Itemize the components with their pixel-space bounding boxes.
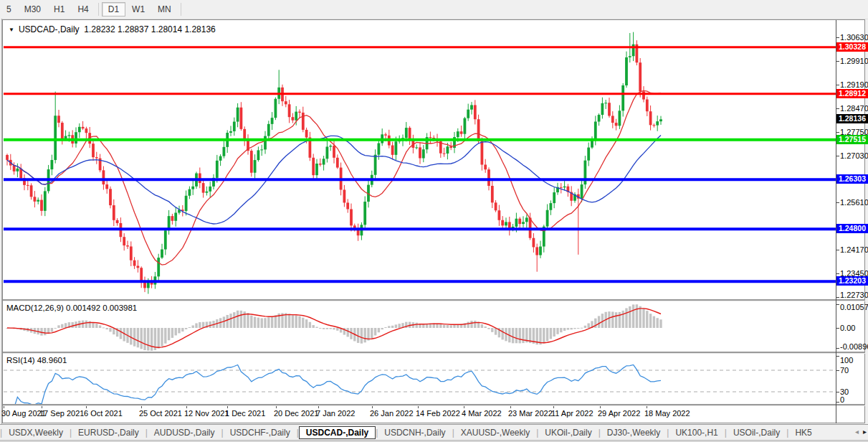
candle-body [467, 110, 469, 118]
chart-title: ▼USDCAD-,Daily 1.28232 1.28837 1.28014 1… [9, 24, 216, 34]
macd-bar [347, 328, 349, 337]
macd-bar [247, 313, 249, 328]
candle-body [587, 148, 590, 161]
tab-dj30-weekly[interactable]: DJ30-,Weekly [601, 426, 667, 439]
macd-bar [275, 315, 277, 328]
candle-body [505, 222, 507, 225]
timeframe-button-M30[interactable]: M30 [18, 2, 47, 17]
macd-bar [292, 315, 294, 328]
macd-bar [474, 321, 476, 328]
candle-body [491, 186, 494, 202]
candle-body [581, 184, 583, 199]
macd-bar [229, 314, 232, 328]
panel-splitter[interactable] [3, 404, 865, 406]
tab-hk5[interactable]: HK5 [788, 426, 818, 439]
macd-bar [226, 315, 229, 328]
date-label: 23 Mar 2022 [508, 409, 553, 418]
candle-body [546, 210, 549, 227]
candle-body [189, 189, 191, 196]
macd-bar [495, 328, 497, 335]
macd-bar [271, 316, 273, 328]
macd-bar [305, 319, 307, 328]
macd-bar [257, 318, 259, 328]
rsi-indicator-canvas[interactable] [4, 353, 836, 404]
macd-bar [267, 317, 270, 328]
candle-body [481, 141, 484, 165]
candle-body [126, 245, 129, 246]
panel-splitter[interactable] [3, 299, 865, 301]
candle-body [350, 209, 353, 225]
macd-bar [636, 304, 638, 328]
tab-usoil-daily[interactable]: USOil-,Daily [727, 426, 786, 439]
tab-scroll-left-icon[interactable]: ◂ [855, 425, 859, 438]
candle-body [164, 230, 167, 249]
timeframe-button-H4[interactable]: H4 [71, 2, 95, 17]
candle-body [292, 117, 295, 121]
macd-bar [361, 328, 363, 344]
tab-scroll-right-icon[interactable]: ▸ [863, 425, 867, 438]
price-badge-support-level: 1.24800 [836, 224, 868, 233]
macd-bar [571, 328, 573, 329]
macd-bar [233, 312, 235, 328]
candle-body [229, 131, 232, 133]
macd-bar [178, 328, 180, 333]
candle-body [116, 220, 119, 223]
candle-body [550, 203, 553, 210]
candle-body [95, 157, 98, 158]
candle-body [44, 191, 47, 210]
main-chart-canvas[interactable] [4, 20, 836, 299]
macd-axis-tick-label: 0.010578 [840, 303, 868, 311]
date-label: 20 Dec 2021 [274, 409, 318, 418]
tab-usdchf-daily[interactable]: USDCHF-,Daily [224, 426, 297, 439]
macd-axis-tick-label: 0.00 [840, 324, 855, 332]
macd-bar [323, 328, 325, 329]
candle-body [374, 155, 377, 175]
candle-body [621, 85, 624, 110]
macd-bar [639, 306, 642, 328]
candle-body [302, 113, 305, 130]
chevron-down-icon[interactable]: ▼ [9, 27, 14, 33]
macd-bar [556, 328, 558, 334]
macd-bar [573, 328, 576, 329]
timeframe-button-D1[interactable]: D1 [102, 2, 125, 17]
candle-body [625, 57, 628, 85]
timeframe-button-MN[interactable]: MN [151, 2, 178, 17]
timeframe-button-W1[interactable]: W1 [125, 2, 151, 17]
macd-bar [336, 328, 338, 331]
candle-body [237, 108, 239, 122]
candle-body [535, 247, 538, 255]
date-label: 12 Nov 2021 [184, 409, 229, 418]
price-badge-support-level: 1.26303 [836, 174, 868, 184]
candle-body [206, 192, 209, 193]
macd-bar [453, 325, 455, 328]
candle-body [563, 187, 566, 188]
macd-bar [629, 306, 631, 328]
macd-bar [553, 328, 555, 337]
tab-usdcnh-daily[interactable]: USDCNH-,Daily [378, 426, 452, 439]
tab-eurusd-daily[interactable]: EURUSD-,Daily [72, 426, 146, 439]
candle-body [395, 141, 398, 155]
macd-bar [443, 325, 445, 328]
macd-bar [120, 328, 122, 339]
timeframe-button-H1[interactable]: H1 [47, 2, 71, 17]
macd-bar [51, 328, 53, 332]
macd-bar [502, 328, 504, 339]
macd-bar [158, 328, 160, 349]
tab-uk100-h1[interactable]: UK100-,H1 [669, 426, 724, 439]
tab-xauusd-weekly[interactable]: XAUUSD-,Weekly [454, 426, 536, 439]
timeframe-toolbar: 5M30H1H4D1W1MN [0, 0, 868, 19]
candle-body [419, 147, 421, 158]
tab-usdx-weekly[interactable]: USDX,Weekly [2, 426, 70, 439]
candle-body [515, 219, 518, 227]
macd-bar [550, 328, 552, 339]
macd-bar [315, 327, 318, 328]
tab-audusd-daily[interactable]: AUDUSD-,Daily [148, 426, 221, 439]
macd-bar [371, 328, 373, 339]
timeframe-button-5[interactable]: 5 [0, 2, 18, 17]
date-label: 18 May 2022 [644, 409, 690, 418]
tab-ukoil-daily[interactable]: UKOil-,Daily [538, 426, 598, 439]
fast-ma-line [7, 90, 661, 265]
panel-splitter[interactable] [3, 352, 865, 354]
candle-body [240, 108, 243, 129]
tab-usdcad-daily[interactable]: USDCAD-,Daily [299, 426, 376, 439]
